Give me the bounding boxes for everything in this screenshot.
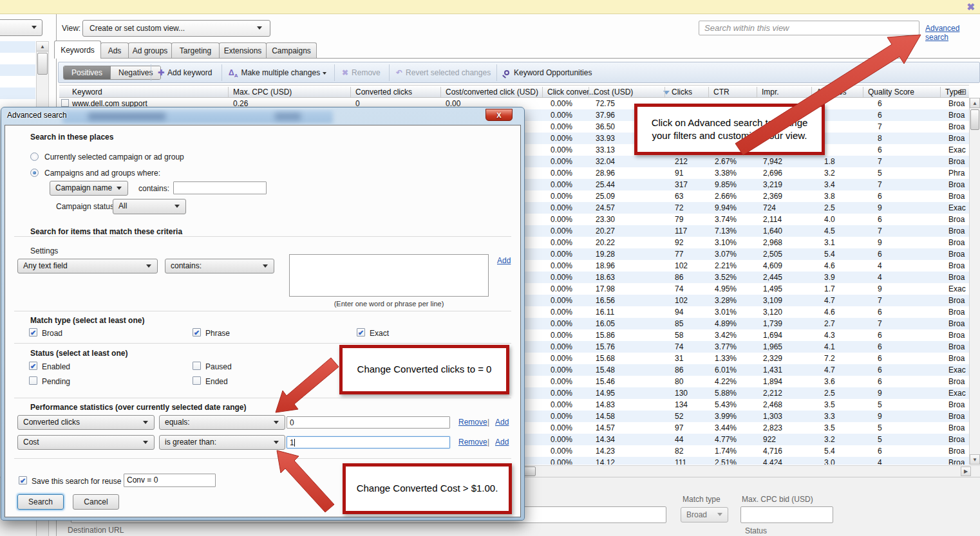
column-header-keyword[interactable]: Keyword <box>72 88 102 97</box>
tab-keywords[interactable]: Keywords <box>54 41 101 59</box>
contains-operator-dropdown[interactable]: contains: <box>165 259 274 273</box>
match-type-checkbox-phrase[interactable]: ✔ <box>193 328 201 337</box>
column-header-max-cpc-usd[interactable]: Max. CPC (USD) <box>233 88 292 97</box>
perf-metric-dropdown[interactable]: Cost <box>17 435 155 450</box>
cancel-button[interactable]: Cancel <box>73 494 119 510</box>
scroll-up-icon[interactable]: ▲ <box>37 42 48 51</box>
column-header-quality-score[interactable]: Quality Score <box>868 88 914 97</box>
add-keyword-button[interactable]: ✚Add keyword <box>158 66 212 80</box>
keyword-opportunities-button[interactable]: Keyword Opportunities <box>504 66 592 80</box>
status-label-ended[interactable]: Ended <box>205 377 228 386</box>
match-type-dropdown[interactable]: Broad <box>681 507 728 522</box>
phrases-textarea[interactable] <box>289 254 489 297</box>
perf-remove-link[interactable]: Remove <box>458 418 487 427</box>
radio-campaigns-where[interactable] <box>30 169 39 177</box>
match-type-checkbox-exact[interactable]: ✔ <box>357 328 365 337</box>
sidebar-dropdown[interactable] <box>0 19 42 36</box>
radio-currently-selected-label[interactable]: Currently selected campaign or ad group <box>44 152 184 162</box>
revert-selected-changes-button[interactable]: ↶Revert selected changes <box>396 66 491 80</box>
scroll-down-icon[interactable]: ▼ <box>970 454 980 465</box>
column-header-impr[interactable]: Impr. <box>762 88 779 97</box>
column-separator <box>589 87 589 97</box>
cell-click-conversion: 0.00% <box>551 192 572 201</box>
perf-add-link[interactable]: Add <box>495 418 509 427</box>
campaign-contains-input[interactable] <box>173 181 267 194</box>
scroll-right-icon[interactable]: ▶ <box>961 467 971 476</box>
column-chooser-icon[interactable]: ⊞ <box>959 87 966 97</box>
sidebar-list-item[interactable] <box>0 53 35 64</box>
status-label-enabled[interactable]: Enabled <box>42 362 70 371</box>
table-header[interactable]: KeywordMax. CPC (USD)Converted clicksCos… <box>59 85 969 98</box>
tab-targeting[interactable]: Targeting <box>171 42 220 59</box>
remove-button[interactable]: ✖Remove <box>342 66 381 80</box>
cell-avg-pos: 3.9 <box>824 273 835 282</box>
cell-click-conversion: 0.00% <box>551 122 572 131</box>
sidebar-list[interactable] <box>0 41 35 112</box>
search-button[interactable]: Search <box>17 494 64 510</box>
cell-cost: 72.75 <box>596 99 615 108</box>
perf-add-link[interactable]: Add <box>495 438 509 447</box>
status-checkbox-pending[interactable] <box>29 376 37 385</box>
perf-operator-dropdown[interactable]: is greater than: <box>159 435 285 450</box>
sidebar-list-item[interactable] <box>0 88 35 99</box>
tab-ads[interactable]: Ads <box>100 42 129 59</box>
sidebar-list-item[interactable] <box>0 64 35 76</box>
perf-remove-link[interactable]: Remove <box>458 438 487 447</box>
row-checkbox[interactable] <box>61 99 69 107</box>
table-vertical-scrollbar[interactable]: ▲ ▼ <box>969 98 980 465</box>
column-header-ctr[interactable]: CTR <box>713 88 730 97</box>
perf-value-input[interactable]: 1 <box>287 436 450 448</box>
cell-cost: 28.96 <box>596 169 615 178</box>
match-type-label-broad[interactable]: Broad <box>42 329 62 338</box>
save-search-name-input[interactable]: Conv = 0 <box>124 474 216 487</box>
column-header-cost-usd[interactable]: Cost (USD) <box>594 88 633 97</box>
make-multiple-changes-button[interactable]: ΔAMake multiple changes <box>229 66 326 80</box>
column-header-converted-clicks[interactable]: Converted clicks <box>355 88 412 97</box>
perf-operator-dropdown[interactable]: equals: <box>159 415 285 430</box>
negatives-button[interactable]: Negatives <box>110 66 160 79</box>
save-search-checkbox[interactable]: ✔ <box>19 476 27 485</box>
search-input[interactable]: Search within this view <box>699 21 919 35</box>
cell-match-type: Broa <box>948 331 965 340</box>
status-label-paused[interactable]: Paused <box>205 362 232 371</box>
banner-close-icon[interactable]: ✖ <box>966 1 975 13</box>
cell-clicks: 130 <box>675 389 688 398</box>
perf-value-input[interactable]: 0 <box>287 416 450 429</box>
campaign-field-dropdown[interactable]: Campaign name <box>50 181 128 196</box>
perf-metric-dropdown[interactable]: Converted clicks <box>17 415 155 430</box>
sidebar-list-item[interactable] <box>0 41 35 53</box>
scrollbar-thumb[interactable] <box>37 53 48 75</box>
cell-ctr: 3.44% <box>715 423 737 432</box>
status-label-pending[interactable]: Pending <box>42 377 70 386</box>
match-type-checkbox-broad[interactable]: ✔ <box>29 328 37 337</box>
column-header-avg-pos[interactable]: Avg. pos <box>816 88 846 97</box>
tab-ad-groups[interactable]: Ad groups <box>128 42 172 59</box>
radio-currently-selected[interactable] <box>30 152 39 161</box>
text-field-dropdown[interactable]: Any text field <box>17 259 158 273</box>
scroll-up-icon[interactable]: ▲ <box>970 98 980 108</box>
scrollbar-thumb[interactable] <box>970 109 979 130</box>
cell-cost: 16.05 <box>596 319 615 328</box>
column-header-clicks[interactable]: Clicks <box>672 88 692 97</box>
toolbar-separator <box>389 64 390 81</box>
dialog-titlebar[interactable] <box>5 109 521 124</box>
dialog-close-button[interactable]: X <box>485 109 513 121</box>
positives-button[interactable]: Positives <box>64 66 110 79</box>
max-cpc-bid-input[interactable] <box>740 506 833 523</box>
match-type-label-exact[interactable]: Exact <box>370 329 389 338</box>
match-type-label-phrase[interactable]: Phrase <box>205 329 230 338</box>
radio-campaigns-where-label[interactable]: Campaigns and ad groups where: <box>44 169 160 178</box>
status-checkbox-paused[interactable] <box>193 362 201 370</box>
sidebar-list-item[interactable] <box>0 76 35 88</box>
tab-campaigns[interactable]: Campaigns <box>266 42 317 59</box>
campaign-status-dropdown[interactable]: All <box>113 199 186 214</box>
tab-extensions[interactable]: Extensions <box>219 42 267 59</box>
save-search-label[interactable]: Save this search for reuse <box>32 477 121 486</box>
view-dropdown[interactable]: Create or set custom view... <box>82 20 270 37</box>
advanced-search-link[interactable]: Advanced search <box>925 24 980 42</box>
settings-add-link[interactable]: Add <box>497 256 511 265</box>
column-header-cost-converted-click-usd[interactable]: Cost/converted click (USD) <box>446 88 538 97</box>
status-checkbox-ended[interactable] <box>193 376 201 385</box>
status-checkbox-enabled[interactable]: ✔ <box>29 362 37 370</box>
column-separator <box>350 87 351 97</box>
